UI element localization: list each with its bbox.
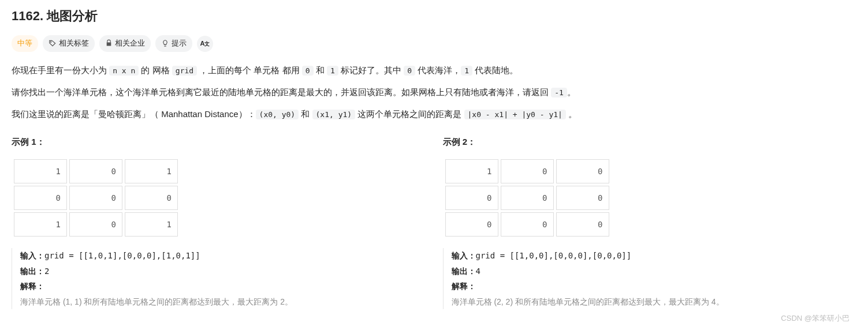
- problem-title: 1162. 地图分析: [12, 6, 856, 26]
- lock-icon: [105, 39, 113, 48]
- tags-button[interactable]: 相关标签: [43, 35, 95, 52]
- watermark: CSDN @笨笨研小巴: [781, 313, 850, 325]
- companies-label: 相关企业: [115, 37, 145, 50]
- example-2-title: 示例 2：: [443, 135, 857, 149]
- inline-code: (x1, y1): [312, 110, 356, 119]
- desc-paragraph-3: 我们这里说的距离是「曼哈顿距离」（ Manhattan Distance）：(x…: [12, 107, 856, 121]
- explain-value: 海洋单元格 (1, 1) 和所有陆地单元格之间的距离都达到最大，最大距离为 2。: [20, 294, 426, 310]
- translate-button[interactable]: A文: [197, 36, 213, 52]
- tag-icon: [49, 39, 57, 48]
- example-1-block: 输入：grid = [[1,0,1],[0,0,0],[1,0,1]] 输出：2…: [12, 248, 426, 309]
- explain-label: 解释：: [20, 282, 44, 291]
- lightbulb-icon: [161, 39, 169, 48]
- output-value: 2: [44, 267, 49, 276]
- difficulty-badge[interactable]: 中等: [12, 35, 38, 52]
- companies-button[interactable]: 相关企业: [99, 35, 151, 52]
- input-value: grid = [[1,0,1],[0,0,0],[1,0,1]]: [44, 251, 200, 260]
- input-label: 输入：: [20, 251, 44, 260]
- example-1-grid: 101 000 101: [12, 157, 180, 239]
- inline-code: 0: [404, 66, 415, 76]
- meta-row: 中等 相关标签 相关企业 提示 A文: [12, 35, 856, 52]
- output-label: 输出：: [20, 267, 44, 276]
- explain-value: 海洋单元格 (2, 2) 和所有陆地单元格之间的距离都达到最大，最大距离为 4。: [452, 294, 857, 310]
- problem-description: 你现在手里有一份大小为 n x n 的 网格 grid ，上面的每个 单元格 都…: [12, 63, 856, 121]
- tags-label: 相关标签: [59, 37, 89, 50]
- inline-code: (x0, y0): [256, 110, 299, 119]
- inline-code: 1: [461, 66, 472, 76]
- inline-code: -1: [551, 88, 567, 97]
- example-2-block: 输入：grid = [[1,0,0],[0,0,0],[0,0,0]] 输出：4…: [443, 248, 857, 309]
- inline-code: 1: [327, 66, 338, 76]
- svg-point-0: [51, 42, 51, 42]
- explain-label: 解释：: [452, 282, 476, 291]
- input-label: 输入：: [452, 251, 476, 260]
- output-label: 输出：: [452, 267, 476, 276]
- example-2-grid: 100 000 000: [443, 157, 612, 239]
- hint-label: 提示: [172, 37, 187, 50]
- output-value: 4: [476, 267, 480, 276]
- inline-code: grid: [172, 66, 197, 76]
- inline-code: n x n: [109, 66, 139, 76]
- desc-paragraph-2: 请你找出一个海洋单元格，这个海洋单元格到离它最近的陆地单元格的距离是最大的，并返…: [12, 85, 856, 99]
- hint-button[interactable]: 提示: [155, 35, 192, 52]
- example-2: 示例 2： 100 000 000 输入：grid = [[1,0,0],[0,…: [443, 129, 857, 309]
- inline-code: |x0 - x1| + |y0 - y1|: [464, 110, 566, 119]
- translate-icon: A文: [200, 39, 210, 49]
- example-1: 示例 1： 101 000 101 输入：grid = [[1,0,1],[0,…: [12, 129, 426, 309]
- example-1-title: 示例 1：: [12, 135, 426, 149]
- desc-paragraph-1: 你现在手里有一份大小为 n x n 的 网格 grid ，上面的每个 单元格 都…: [12, 63, 856, 77]
- input-value: grid = [[1,0,0],[0,0,0],[0,0,0]]: [476, 251, 632, 260]
- inline-code: 0: [302, 66, 314, 76]
